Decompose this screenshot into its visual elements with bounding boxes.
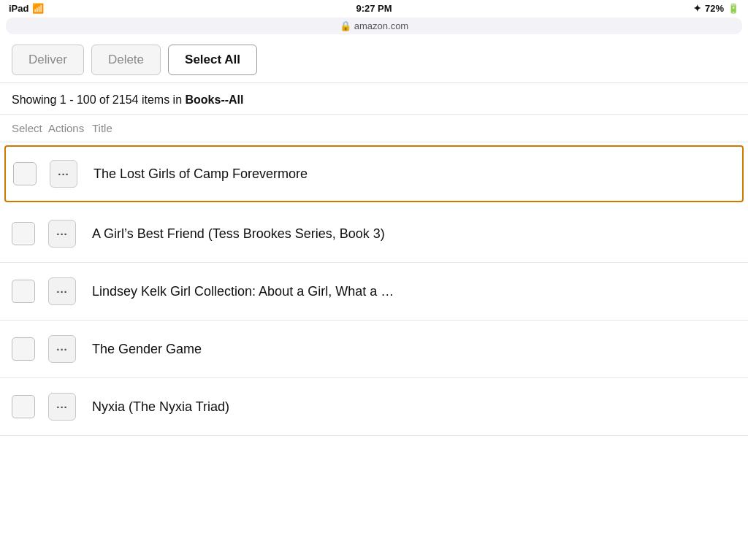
book-list: ···The Lost Girls of Camp Forevermore···… <box>0 145 748 436</box>
book-title: The Lost Girls of Camp Forevermore <box>94 166 308 182</box>
status-bar-time: 9:27 PM <box>356 3 392 14</box>
row-checkbox[interactable] <box>13 162 37 185</box>
lock-icon: 🔒 <box>340 20 351 31</box>
battery-icon: 🔋 <box>728 3 739 14</box>
row-action-button[interactable]: ··· <box>48 335 76 363</box>
table-row: ···The Gender Game <box>0 321 748 378</box>
col-header-actions: Actions <box>48 122 92 134</box>
book-title: The Gender Game <box>92 342 202 357</box>
row-action-button[interactable]: ··· <box>48 393 76 421</box>
row-checkbox[interactable] <box>12 337 35 361</box>
row-action-button[interactable]: ··· <box>48 220 76 248</box>
row-action-button[interactable]: ··· <box>50 160 77 188</box>
delete-button[interactable]: Delete <box>91 45 161 75</box>
col-header-title: Title <box>92 122 736 134</box>
table-row: ···A Girl’s Best Friend (Tess Brookes Se… <box>0 205 748 263</box>
row-action-button[interactable]: ··· <box>48 277 76 305</box>
toolbar: Deliver Delete Select All <box>0 37 748 83</box>
row-checkbox[interactable] <box>12 222 35 245</box>
row-checkbox[interactable] <box>12 395 35 418</box>
table-row: ···The Lost Girls of Camp Forevermore <box>4 145 744 202</box>
device-label: iPad <box>9 3 28 14</box>
summary-text: Showing 1 - 100 of 2154 items in <box>12 93 185 106</box>
row-checkbox[interactable] <box>12 280 35 303</box>
book-title: Nyxia (The Nyxia Triad) <box>92 399 229 415</box>
select-all-button[interactable]: Select All <box>168 45 257 75</box>
book-title: Lindsey Kelk Girl Collection: About a Gi… <box>92 284 394 299</box>
deliver-button[interactable]: Deliver <box>12 45 84 75</box>
category-name: Books--All <box>185 93 243 106</box>
column-headers: Select Actions Title <box>0 115 748 142</box>
results-summary: Showing 1 - 100 of 2154 items in Books--… <box>0 83 748 115</box>
bluetooth-icon: ✦ <box>693 3 701 14</box>
battery-percentage: 72% <box>705 3 724 14</box>
url-text: amazon.com <box>354 20 408 31</box>
wifi-icon: 📶 <box>32 3 44 14</box>
col-header-select: Select <box>12 122 48 134</box>
table-row: ···Lindsey Kelk Girl Collection: About a… <box>0 263 748 321</box>
status-bar-right: ✦ 72% 🔋 <box>693 3 739 14</box>
status-bar: iPad 📶 9:27 PM ✦ 72% 🔋 <box>0 0 748 16</box>
book-title: A Girl’s Best Friend (Tess Brookes Serie… <box>92 226 385 242</box>
table-row: ···Nyxia (The Nyxia Triad) <box>0 378 748 436</box>
status-bar-left: iPad 📶 <box>9 3 44 14</box>
url-bar[interactable]: 🔒 amazon.com <box>6 18 742 34</box>
